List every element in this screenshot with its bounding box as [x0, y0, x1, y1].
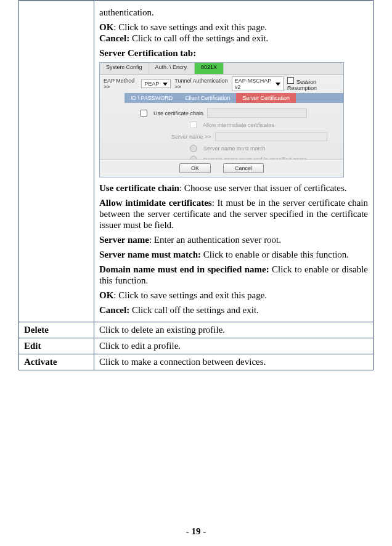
- label-ucc: Use certificate chain: [99, 183, 179, 193]
- label-aic: Allow intimidate certificates: [99, 198, 212, 208]
- text-server-name: Server name: Enter an authentication sev…: [99, 234, 368, 245]
- dropdown-eap-value: PEAP: [144, 81, 159, 87]
- subtab-server-cert[interactable]: Server Certification: [236, 93, 296, 103]
- desc-ucc: : Choose use server that issuer of certi…: [179, 183, 347, 193]
- row-edit-text: Click to edit a profile.: [94, 338, 374, 354]
- row-activate-label: Activate: [19, 354, 94, 370]
- text-server-name-match: Server name must match: Click to enable …: [99, 249, 368, 260]
- checkbox-use-cert-chain[interactable]: [141, 110, 147, 116]
- desc-ok2: : Click to save settings and exit this p…: [113, 290, 267, 300]
- label-use-cert-chain: Use certificate chain: [153, 110, 203, 116]
- input-server-name[interactable]: [215, 132, 327, 141]
- dropdown-eap-method[interactable]: PEAP: [141, 79, 171, 88]
- left-cell-blank: [19, 1, 94, 322]
- text-allow-intimidate: Allow intimidate certificates: It must b…: [99, 197, 368, 230]
- chevron-down-icon: [276, 83, 280, 86]
- text-authentication: authentication.: [99, 7, 368, 18]
- heading-server-cert-tab: Server Certification tab:: [99, 47, 368, 59]
- dropdown-tunnel-auth[interactable]: EAP-MSCHAP v2: [232, 76, 284, 91]
- shot-subtabs: ID \ PASSWORD Client Certification Serve…: [125, 93, 343, 103]
- label-snm: Server name must match:: [99, 250, 201, 259]
- cancel-button[interactable]: Cancel: [223, 163, 264, 173]
- checkbox-session-resumption[interactable]: [287, 77, 294, 84]
- desc-ok1: : Click to save settings and exit this p…: [113, 22, 267, 32]
- dropdown-cert-chain[interactable]: [207, 108, 307, 118]
- label-sn: Server name: [99, 235, 149, 245]
- label-allow-intermediate: Allow intermidiate certificates: [203, 122, 274, 128]
- desc-cancel2: Click call off the settings and exit.: [129, 305, 259, 315]
- text-domain-name: Domain name must end in specified name: …: [99, 264, 368, 286]
- label-tunnel-auth: Tunnel Authentication >>: [174, 78, 227, 90]
- label-server-name: Server name >>: [171, 134, 211, 140]
- label-ok2: OK: [99, 290, 113, 300]
- text-use-cert-chain: Use certificate chain: Choose use server…: [99, 182, 368, 194]
- text-ok1: OK: Click to save settings and exit this…: [99, 22, 368, 44]
- label-cancel2: Cancel:: [99, 305, 129, 315]
- label-ok1: OK: [99, 22, 113, 32]
- label-dnm: Domain name must end in specified name:: [99, 264, 269, 274]
- main-description-cell: authentication. OK: Click to save settin…: [94, 1, 374, 322]
- text-cancel2: Cancel: Click call off the settings and …: [99, 304, 368, 316]
- label-cancel1: Cancel:: [99, 33, 129, 43]
- tab-8021x[interactable]: 8021X: [195, 63, 224, 74]
- desc-snm: Click to enable or disable this function…: [201, 250, 349, 259]
- ok-button[interactable]: OK: [179, 163, 211, 173]
- row-delete-text: Click to delete an existing profile.: [94, 322, 374, 338]
- row-delete-label: Delete: [19, 322, 94, 338]
- subtab-id-password[interactable]: ID \ PASSWORD: [125, 93, 179, 103]
- chevron-down-icon: [163, 83, 168, 86]
- row-edit-label: Edit: [19, 338, 94, 354]
- row-activate-text: Click to make a connection between devic…: [94, 354, 374, 370]
- desc-cancel1: Click to call off the settings and exit.: [129, 33, 268, 43]
- radio-server-name-match[interactable]: [190, 145, 197, 152]
- embedded-screenshot: System Config Auth. \ Encry. 8021X EAP M…: [99, 62, 344, 177]
- label-server-name-match: Server name must match: [203, 145, 266, 152]
- subtab-client-cert[interactable]: Client Certification: [179, 93, 236, 103]
- shot-tabs: System Config Auth. \ Encry. 8021X: [100, 63, 343, 75]
- tab-system-config[interactable]: System Config: [100, 63, 149, 74]
- desc-sn: : Enter an authentication sever root.: [149, 235, 281, 245]
- doc-table: authentication. OK: Click to save settin…: [18, 0, 374, 370]
- text-ok2: OK: Click to save settings and exit this…: [99, 290, 368, 301]
- label-eap-method: EAP Method >>: [104, 78, 137, 90]
- tab-auth-encry[interactable]: Auth. \ Encry.: [149, 63, 195, 74]
- page-number: - 19 -: [0, 526, 392, 537]
- dropdown-tunnel-value: EAP-MSCHAP v2: [235, 78, 272, 90]
- checkbox-allow-intermediate[interactable]: [190, 121, 197, 128]
